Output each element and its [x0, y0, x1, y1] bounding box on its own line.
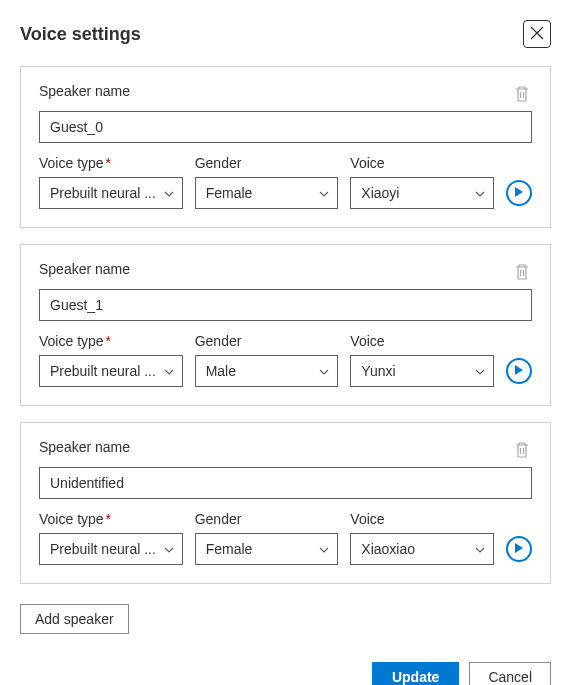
gender-select[interactable]: Female [195, 533, 339, 565]
cancel-button[interactable]: Cancel [469, 662, 551, 685]
voice-type-select[interactable]: Prebuilt neural ... [39, 355, 183, 387]
play-voice-button[interactable] [506, 180, 532, 206]
trash-icon [514, 446, 530, 462]
play-icon [514, 541, 524, 557]
gender-select[interactable]: Female [195, 177, 339, 209]
voice-label: Voice [350, 155, 494, 171]
voice-type-select[interactable]: Prebuilt neural ... [39, 533, 183, 565]
play-voice-button[interactable] [506, 536, 532, 562]
voice-select[interactable]: Yunxi [350, 355, 494, 387]
voice-type-label: Voice type* [39, 155, 183, 171]
delete-speaker-button[interactable] [514, 263, 532, 281]
speaker-name-input[interactable] [39, 111, 532, 143]
voice-label: Voice [350, 511, 494, 527]
voice-type-select[interactable]: Prebuilt neural ... [39, 177, 183, 209]
gender-label: Gender [195, 333, 339, 349]
speaker-name-label: Speaker name [39, 83, 130, 99]
update-button[interactable]: Update [372, 662, 459, 685]
play-icon [514, 363, 524, 379]
speaker-card: Speaker name Voice type* Prebuilt neural… [20, 422, 551, 584]
play-voice-button[interactable] [506, 358, 532, 384]
speaker-name-label: Speaker name [39, 261, 130, 277]
voice-type-label: Voice type* [39, 511, 183, 527]
voice-select[interactable]: Xiaoyi [350, 177, 494, 209]
voice-label: Voice [350, 333, 494, 349]
add-speaker-button[interactable]: Add speaker [20, 604, 129, 634]
close-icon [530, 26, 544, 43]
voice-select[interactable]: Xiaoxiao [350, 533, 494, 565]
delete-speaker-button[interactable] [514, 441, 532, 459]
close-button[interactable] [523, 20, 551, 48]
gender-select[interactable]: Male [195, 355, 339, 387]
page-title: Voice settings [20, 24, 141, 45]
speaker-name-label: Speaker name [39, 439, 130, 455]
speaker-name-input[interactable] [39, 467, 532, 499]
gender-label: Gender [195, 511, 339, 527]
trash-icon [514, 90, 530, 106]
play-icon [514, 185, 524, 201]
gender-label: Gender [195, 155, 339, 171]
speaker-card: Speaker name Voice type* Prebuilt neural… [20, 66, 551, 228]
trash-icon [514, 268, 530, 284]
voice-type-label: Voice type* [39, 333, 183, 349]
speaker-card: Speaker name Voice type* Prebuilt neural… [20, 244, 551, 406]
delete-speaker-button[interactable] [514, 85, 532, 103]
speaker-name-input[interactable] [39, 289, 532, 321]
